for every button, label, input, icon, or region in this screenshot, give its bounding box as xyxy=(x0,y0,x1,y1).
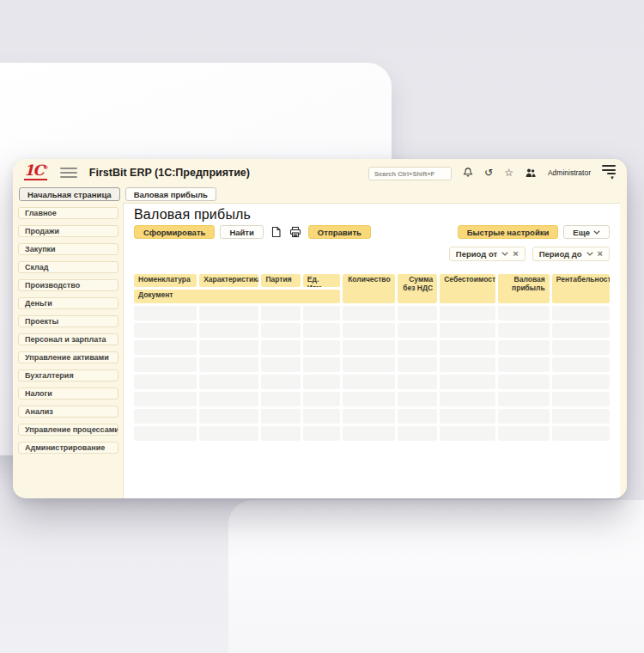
table-cell-empty[interactable] xyxy=(398,409,437,424)
table-cell-empty[interactable] xyxy=(303,340,341,355)
table-cell-empty[interactable] xyxy=(440,306,495,320)
table-cell-empty[interactable] xyxy=(343,392,394,406)
table-cell-empty[interactable] xyxy=(440,323,495,338)
table-cell-empty[interactable] xyxy=(552,340,610,355)
column-header[interactable]: Характеристика xyxy=(199,274,258,287)
table-cell-empty[interactable] xyxy=(552,375,610,389)
table-cell-empty[interactable] xyxy=(199,426,258,441)
table-cell-empty[interactable] xyxy=(303,357,341,372)
users-button[interactable] xyxy=(525,168,537,178)
table-cell-empty[interactable] xyxy=(261,357,300,372)
print-button[interactable] xyxy=(289,225,303,239)
sidebar-item[interactable]: Деньги xyxy=(18,297,118,309)
table-cell-empty[interactable] xyxy=(303,426,341,441)
table-cell-empty[interactable] xyxy=(343,426,394,441)
table-cell-empty[interactable] xyxy=(398,426,437,441)
table-cell-empty[interactable] xyxy=(552,409,610,424)
subheader-document[interactable]: Документ xyxy=(134,290,340,303)
sidebar-item[interactable]: Производство xyxy=(18,279,118,291)
chevron-down-icon[interactable] xyxy=(501,252,508,256)
table-cell-empty[interactable] xyxy=(498,340,549,355)
table-cell-empty[interactable] xyxy=(261,426,300,441)
table-cell-empty[interactable] xyxy=(498,323,549,338)
table-cell-empty[interactable] xyxy=(303,375,341,389)
table-cell-empty[interactable] xyxy=(552,392,610,406)
column-header[interactable]: Партия xyxy=(261,274,300,287)
find-button[interactable]: Найти xyxy=(220,225,263,239)
table-cell-empty[interactable] xyxy=(261,409,300,424)
table-cell-empty[interactable] xyxy=(199,357,258,372)
table-cell-empty[interactable] xyxy=(303,306,341,320)
service-menu-button[interactable]: ▼ xyxy=(602,165,616,180)
table-cell-empty[interactable] xyxy=(343,375,394,389)
table-cell-empty[interactable] xyxy=(134,306,197,320)
quick-settings-button[interactable]: Быстрые настройки xyxy=(458,225,559,239)
period-filter-chip[interactable]: Период от × xyxy=(449,247,526,261)
table-cell-empty[interactable] xyxy=(498,392,549,406)
table-cell-empty[interactable] xyxy=(440,375,495,389)
sidebar-item[interactable]: Налоги xyxy=(18,388,118,400)
table-cell-empty[interactable] xyxy=(134,340,197,355)
table-cell-empty[interactable] xyxy=(134,409,197,424)
table-cell-empty[interactable] xyxy=(134,375,197,389)
column-header[interactable]: Валовая прибыль xyxy=(498,274,549,303)
table-cell-empty[interactable] xyxy=(199,392,258,406)
clear-filter-icon[interactable]: × xyxy=(513,249,518,259)
table-cell-empty[interactable] xyxy=(398,392,437,406)
table-cell-empty[interactable] xyxy=(498,375,549,389)
sidebar-item[interactable]: Персонал и зарплата xyxy=(18,333,118,345)
period-filter-chip[interactable]: Период до × xyxy=(532,247,610,261)
sidebar-item[interactable]: Администрирование xyxy=(18,442,118,454)
sidebar-item[interactable]: Управление процессами xyxy=(18,424,118,436)
sidebar-item[interactable]: Проекты xyxy=(18,315,118,327)
sidebar-item[interactable]: Продажи xyxy=(18,225,118,237)
sidebar-item[interactable]: Управление активами xyxy=(18,351,118,363)
table-cell-empty[interactable] xyxy=(440,409,495,424)
table-cell-empty[interactable] xyxy=(440,426,495,441)
table-cell-empty[interactable] xyxy=(552,357,610,372)
column-header[interactable]: Количество xyxy=(343,274,394,303)
table-cell-empty[interactable] xyxy=(261,306,300,320)
sidebar-item[interactable]: Склад xyxy=(18,261,118,273)
table-cell-empty[interactable] xyxy=(398,357,437,372)
column-header[interactable]: Номенклатура xyxy=(134,274,197,287)
table-cell-empty[interactable] xyxy=(552,306,610,320)
table-cell-empty[interactable] xyxy=(303,409,341,424)
table-cell-empty[interactable] xyxy=(199,375,258,389)
table-cell-empty[interactable] xyxy=(261,340,300,355)
table-cell-empty[interactable] xyxy=(134,392,197,406)
table-cell-empty[interactable] xyxy=(134,323,197,338)
table-cell-empty[interactable] xyxy=(199,409,258,424)
table-cell-empty[interactable] xyxy=(398,306,437,320)
hamburger-menu-icon[interactable] xyxy=(60,168,77,178)
table-cell-empty[interactable] xyxy=(498,426,549,441)
more-button[interactable]: Еще xyxy=(563,225,610,239)
table-cell-empty[interactable] xyxy=(398,323,437,338)
table-cell-empty[interactable] xyxy=(261,375,300,389)
search-input[interactable] xyxy=(368,167,452,180)
table-cell-empty[interactable] xyxy=(440,357,495,372)
table-cell-empty[interactable] xyxy=(199,340,258,355)
clear-filter-icon[interactable]: × xyxy=(598,249,603,259)
table-cell-empty[interactable] xyxy=(261,323,300,338)
table-cell-empty[interactable] xyxy=(343,323,394,338)
table-cell-empty[interactable] xyxy=(343,409,394,424)
tab-home[interactable]: Начальная страница xyxy=(19,187,120,201)
generate-button[interactable]: Сформировать xyxy=(134,225,215,239)
sidebar-item[interactable]: Бухгалтерия xyxy=(18,369,118,381)
table-cell-empty[interactable] xyxy=(552,426,610,441)
table-cell-empty[interactable] xyxy=(498,409,549,424)
new-document-button[interactable] xyxy=(269,225,283,239)
table-cell-empty[interactable] xyxy=(343,357,394,372)
table-cell-empty[interactable] xyxy=(199,323,258,338)
table-cell-empty[interactable] xyxy=(303,392,341,406)
send-button[interactable]: Отправить xyxy=(308,225,371,239)
table-cell-empty[interactable] xyxy=(303,323,341,338)
table-cell-empty[interactable] xyxy=(440,392,495,406)
table-cell-empty[interactable] xyxy=(343,306,394,320)
current-user[interactable]: Administrator xyxy=(548,168,591,177)
table-cell-empty[interactable] xyxy=(398,340,437,355)
table-cell-empty[interactable] xyxy=(498,357,549,372)
history-button[interactable]: ↺ xyxy=(484,168,493,178)
column-header[interactable]: Рентабельность xyxy=(552,274,610,303)
